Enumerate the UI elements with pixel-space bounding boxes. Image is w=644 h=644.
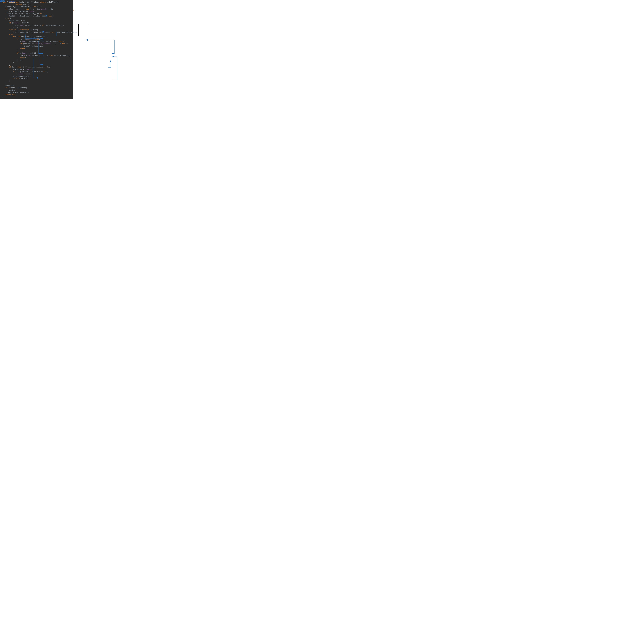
code-line: break; (2, 57, 71, 59)
code-line: return oldValue; (2, 78, 71, 80)
code-line: V oldValue = e.value; (2, 68, 71, 71)
code-line: n = (tab = resize()).length; (2, 10, 71, 13)
code-line: else { (2, 17, 71, 20)
code-line: else if (p instanceof TreeNode) (2, 29, 71, 31)
code-line: } (2, 50, 71, 52)
code-line: afterNodeAccess(e); (2, 75, 71, 78)
code-line: final V putVal(int hash, K key, V value,… (2, 1, 71, 3)
code-line: boolean evict) { (2, 3, 71, 6)
code-line: if (e.hash == hash && (2, 52, 71, 54)
code-line: return null; (2, 94, 71, 96)
putval-method-block: final V putVal(int hash, K key, V value,… (0, 0, 73, 99)
code-line: } (2, 96, 71, 98)
code-line: p = e; (2, 59, 71, 61)
code-line: resize(); (2, 89, 71, 91)
code-line: if (binCount >= TREEIFY_THRESHOLD - 1) /… (2, 43, 71, 45)
code-line: ((k = p.key) == key || (key != null && k… (2, 24, 71, 27)
code-line: break; (2, 47, 71, 50)
code-line: } (2, 61, 71, 64)
code-line: if ((p = tab[i = (n - 1) & hash]) == nul… (2, 13, 71, 15)
code-line: if (e != null) { // existing mapping for… (2, 66, 71, 68)
code-line: afterNodeInsertion(evict); (2, 91, 71, 94)
code-line: treeifyBin(tab, hash); (2, 45, 71, 47)
code-line: e = ((TreeNode<K,V>)p).putTreeVal( map: … (2, 31, 71, 33)
code-line: p.next = newNode(hash, key, value, next:… (2, 40, 71, 43)
code-line: } (2, 64, 71, 66)
code-line: if (p.hash == hash && (2, 22, 71, 24)
code-line: Node<K,V> e; K k; (2, 20, 71, 22)
label-return-4: 返回4 (0, 0, 5, 2)
code-line: if (!onlyIfAbsent || oldValue == null) (2, 71, 71, 73)
code-line: } (2, 82, 71, 84)
code-line: if (++size > threshold) (2, 87, 71, 89)
code-line: Node<K,V>[] tab; Node<K,V> p; int n, i; (2, 6, 71, 8)
code-line: ((k = e.key) == key || (key != null && k… (2, 54, 71, 57)
code-line: if ((e = p.next) == null) { (2, 38, 71, 40)
code-line: tab[i] = newNode(hash, key, value, next:… (2, 15, 71, 17)
code-line: } (2, 80, 71, 82)
code-line: ++modCount; (2, 84, 71, 87)
code-line: if ((tab = table) == null || (n = tab.le… (2, 8, 71, 10)
code-line: e.value = value; (2, 73, 71, 75)
code-line: else { (2, 33, 71, 36)
code-line: for (int binCount = 0; ; ++binCount) { (2, 36, 71, 38)
code-line: e = p; (2, 27, 71, 29)
